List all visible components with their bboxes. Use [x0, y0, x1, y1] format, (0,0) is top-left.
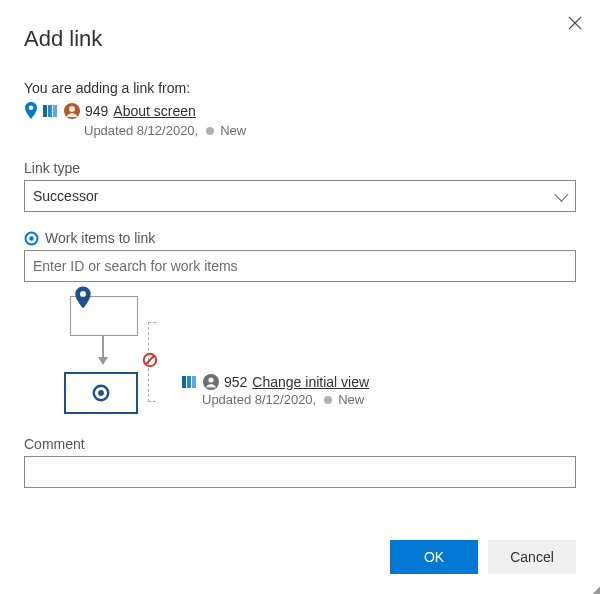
svg-point-12: [98, 390, 104, 396]
svg-rect-13: [182, 376, 186, 388]
cancel-button[interactable]: Cancel: [488, 540, 576, 574]
linked-id: 952: [224, 374, 247, 390]
work-items-label: Work items to link: [45, 230, 155, 246]
svg-rect-2: [48, 105, 52, 117]
unassigned-avatar-icon: [203, 374, 219, 390]
link-type-label: Link type: [24, 160, 576, 176]
source-id: 949: [85, 103, 108, 119]
prohibited-icon: [142, 352, 158, 368]
svg-point-8: [80, 291, 86, 297]
dialog-prompt: You are adding a link from:: [24, 80, 576, 96]
state-dot-icon: [206, 127, 214, 135]
work-items-search-input[interactable]: [24, 250, 576, 282]
ok-button[interactable]: OK: [390, 540, 478, 574]
dialog-title: Add link: [24, 26, 576, 52]
comment-label: Comment: [24, 436, 576, 452]
svg-point-7: [29, 236, 33, 240]
avatar-icon: [64, 103, 80, 119]
diagram-target-box: [64, 372, 138, 414]
close-button[interactable]: [564, 10, 586, 34]
source-work-item: 949 About screen: [24, 102, 576, 120]
source-updated: Updated 8/12/2020,: [84, 123, 198, 138]
linked-state: New: [338, 392, 364, 407]
chevron-down-icon: [554, 188, 568, 202]
link-type-select[interactable]: Successor: [24, 180, 576, 212]
location-pin-icon: [24, 102, 38, 120]
linked-updated: Updated 8/12/2020,: [202, 392, 316, 407]
close-icon: [568, 16, 582, 30]
svg-point-17: [208, 377, 213, 382]
link-type-value: Successor: [33, 188, 98, 204]
work-item-type-icon: [43, 104, 59, 118]
comment-input[interactable]: [24, 456, 576, 488]
source-state: New: [220, 123, 246, 138]
work-items-label-row: Work items to link: [24, 230, 576, 246]
relationship-diagram: [24, 296, 164, 416]
target-icon: [24, 231, 39, 246]
source-title-link[interactable]: About screen: [113, 103, 196, 119]
resize-handle-icon: ◢: [592, 586, 598, 592]
location-pin-icon: [74, 286, 92, 310]
svg-rect-1: [43, 105, 47, 117]
arrow-down-icon: [102, 336, 104, 364]
state-dot-icon: [324, 396, 332, 404]
svg-rect-14: [187, 376, 191, 388]
svg-point-5: [69, 106, 75, 112]
linked-title-link[interactable]: Change initial view: [252, 374, 369, 390]
svg-rect-3: [53, 105, 57, 117]
svg-rect-15: [192, 376, 196, 388]
svg-line-10: [146, 356, 154, 364]
source-meta: Updated 8/12/2020, New: [84, 123, 576, 138]
svg-point-0: [29, 106, 34, 111]
linked-work-item: 952 Change initial view Updated 8/12/202…: [182, 374, 369, 407]
target-icon: [92, 384, 110, 402]
work-item-type-icon: [182, 375, 198, 389]
